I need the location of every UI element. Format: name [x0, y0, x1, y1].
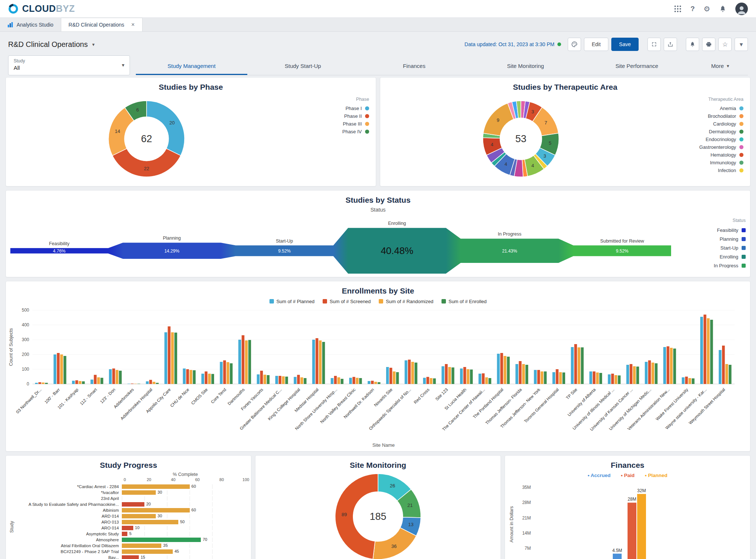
- bar[interactable]: [319, 340, 322, 384]
- bar[interactable]: [497, 354, 500, 384]
- legend-item[interactable]: • Planned: [645, 473, 667, 478]
- app-launcher-icon[interactable]: [674, 5, 681, 13]
- bar[interactable]: [722, 346, 725, 384]
- progress-bar[interactable]: 10: [122, 526, 133, 530]
- bar[interactable]: [645, 362, 648, 384]
- bar[interactable]: [488, 378, 491, 384]
- bar[interactable]: [97, 377, 100, 384]
- bar[interactable]: [633, 366, 636, 384]
- bar[interactable]: [500, 353, 503, 384]
- bar[interactable]: [537, 370, 540, 384]
- bar[interactable]: [371, 381, 374, 384]
- bar[interactable]: [368, 381, 371, 384]
- bar[interactable]: [504, 356, 506, 384]
- bar[interactable]: [692, 378, 695, 384]
- bar[interactable]: [670, 348, 673, 384]
- bar[interactable]: [515, 364, 518, 384]
- bar[interactable]: [119, 371, 122, 384]
- bar[interactable]: [618, 375, 621, 384]
- bar[interactable]: [134, 384, 137, 384]
- legend-item[interactable]: Start-Up: [679, 243, 746, 252]
- bar[interactable]: [408, 360, 411, 384]
- bar[interactable]: [470, 370, 473, 384]
- bar[interactable]: [202, 374, 205, 384]
- bar[interactable]: [467, 369, 470, 384]
- bar[interactable]: [294, 377, 297, 384]
- bar[interactable]: [636, 367, 639, 384]
- bar[interactable]: [571, 347, 574, 384]
- bar[interactable]: [72, 381, 75, 384]
- notifications-bell-icon[interactable]: [719, 5, 726, 13]
- legend-item[interactable]: • Paid: [621, 473, 635, 478]
- bar[interactable]: [60, 354, 63, 384]
- legend-item[interactable]: Dermatology: [651, 128, 743, 136]
- edit-button[interactable]: Edit: [584, 38, 608, 51]
- legend-item[interactable]: Phase IV: [277, 128, 369, 136]
- progress-bar[interactable]: 60: [122, 484, 190, 489]
- bar[interactable]: [35, 383, 38, 384]
- bar[interactable]: [667, 346, 670, 384]
- tab-analytics-studio[interactable]: Analytics Studio: [0, 18, 61, 31]
- progress-bar[interactable]: 30: [122, 490, 156, 495]
- legend-item[interactable]: • Accrued: [588, 473, 611, 478]
- legend-item[interactable]: Phase III: [277, 120, 369, 128]
- bar[interactable]: [205, 371, 208, 384]
- bar[interactable]: [183, 368, 186, 384]
- print-button[interactable]: [702, 38, 715, 51]
- nav-tab-finances[interactable]: Finances: [358, 58, 470, 75]
- bar[interactable]: [630, 364, 633, 384]
- bar[interactable]: [331, 378, 334, 384]
- close-tab-icon[interactable]: ×: [131, 21, 135, 28]
- bar[interactable]: [312, 340, 315, 384]
- progress-bar[interactable]: 45: [122, 549, 173, 554]
- bar[interactable]: [189, 370, 192, 384]
- bar[interactable]: [63, 356, 66, 384]
- bar[interactable]: [79, 381, 82, 384]
- legend-item[interactable]: Sum of # Screened: [323, 299, 371, 304]
- bar[interactable]: [279, 376, 282, 384]
- donut-slice[interactable]: [147, 101, 185, 155]
- progress-bar[interactable]: 20: [122, 502, 144, 507]
- bar[interactable]: [556, 369, 559, 384]
- progress-bar[interactable]: 15: [122, 555, 139, 559]
- save-button[interactable]: Save: [611, 38, 639, 51]
- bar[interactable]: [100, 378, 103, 384]
- bar[interactable]: [593, 371, 596, 384]
- bar[interactable]: [90, 380, 93, 384]
- progress-bar[interactable]: 35: [122, 543, 161, 548]
- bar[interactable]: [729, 365, 732, 384]
- subscribe-button[interactable]: [686, 38, 699, 51]
- bar[interactable]: [423, 378, 426, 384]
- progress-bar[interactable]: 5: [122, 532, 127, 536]
- bar[interactable]: [386, 367, 389, 384]
- bar[interactable]: [300, 377, 303, 384]
- bar[interactable]: [507, 357, 510, 384]
- bar[interactable]: [396, 372, 399, 384]
- bar[interactable]: [704, 315, 707, 384]
- theme-palette-button[interactable]: [568, 38, 581, 51]
- legend-item[interactable]: Hematology: [651, 151, 743, 159]
- progress-bar[interactable]: 70: [122, 538, 201, 542]
- bar[interactable]: [267, 375, 270, 384]
- bar[interactable]: [238, 340, 241, 384]
- help-icon[interactable]: ?: [690, 5, 695, 12]
- nav-tab-more[interactable]: More ▾: [693, 58, 748, 75]
- bar[interactable]: [131, 384, 134, 384]
- bar[interactable]: [519, 361, 522, 384]
- bar[interactable]: [522, 364, 525, 384]
- bar[interactable]: [248, 340, 251, 384]
- favorite-button[interactable]: ☆: [718, 38, 732, 51]
- bar[interactable]: [596, 373, 599, 384]
- bar[interactable]: [297, 375, 300, 384]
- bar[interactable]: [719, 350, 722, 384]
- bar[interactable]: [353, 377, 355, 384]
- bar[interactable]: [389, 368, 392, 384]
- bar[interactable]: [405, 360, 408, 384]
- legend-item[interactable]: Infectious Disease: [651, 174, 743, 176]
- user-avatar[interactable]: [735, 3, 748, 15]
- bar[interactable]: [156, 383, 159, 384]
- tab-rd-clinical-operations[interactable]: R&D Clinical Operations ×: [61, 18, 142, 31]
- legend-item[interactable]: Brochodilator: [651, 112, 743, 120]
- bar[interactable]: [220, 362, 223, 384]
- bar[interactable]: [553, 372, 556, 384]
